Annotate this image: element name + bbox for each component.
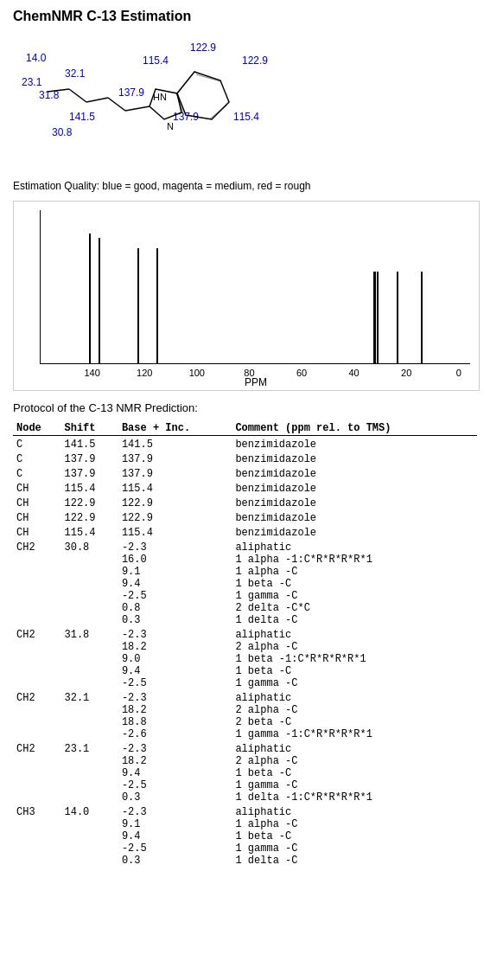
cell-base: 122.9 bbox=[118, 495, 232, 509]
sub-base: -2.5 bbox=[118, 842, 232, 855]
spectrum-peak bbox=[99, 238, 100, 363]
sub-base: 0.3 bbox=[118, 791, 232, 804]
spectrum-plot bbox=[40, 210, 470, 364]
spectrum-peak bbox=[373, 272, 375, 363]
sub-base: 9.4 bbox=[118, 578, 232, 590]
cell-base: -2.3 bbox=[118, 740, 232, 755]
sub-comment: 1 alpha -C bbox=[232, 818, 477, 830]
svg-line-1 bbox=[196, 74, 220, 81]
sub-base: 18.2 bbox=[118, 704, 232, 716]
cell-node: CH bbox=[13, 524, 61, 539]
cell-node: C bbox=[13, 436, 61, 452]
cell-shift: 122.9 bbox=[61, 509, 118, 524]
cell-base: 141.5 bbox=[118, 436, 232, 452]
cell-base: -2.3 bbox=[118, 689, 232, 704]
table-sub-row: 9.0 1 beta -1:C*R*R*R*R*1 bbox=[13, 653, 477, 665]
sub-base: 0.8 bbox=[118, 602, 232, 614]
spectrum-container: PPM 140120100806040200 bbox=[13, 201, 480, 391]
cell-shift: 23.1 bbox=[61, 740, 118, 755]
cell-node: CH3 bbox=[13, 804, 61, 818]
sub-comment: 1 gamma -C bbox=[232, 842, 477, 855]
spectrum-peak bbox=[137, 248, 139, 363]
table-sub-row: -2.6 1 gamma -1:C*R*R*R*R*1 bbox=[13, 728, 477, 740]
sub-comment: 1 beta -C bbox=[232, 665, 477, 677]
sub-base: 0.3 bbox=[118, 614, 232, 626]
cell-base: 137.9 bbox=[118, 465, 232, 480]
table-sub-row: 0.3 1 delta -1:C*R*R*R*R*1 bbox=[13, 791, 477, 804]
tick-label: 80 bbox=[244, 368, 254, 378]
sub-comment: 2 alpha -C bbox=[232, 704, 477, 716]
table-row: CH 115.4 115.4 benzimidazole bbox=[13, 480, 477, 495]
page-title: ChemNMR C-13 Estimation bbox=[13, 9, 477, 24]
table-row: CH2 32.1 -2.3 aliphatic bbox=[13, 689, 477, 704]
sub-base: 9.0 bbox=[118, 653, 232, 665]
table-row: CH2 30.8 -2.3 aliphatic bbox=[13, 539, 477, 554]
cell-node: CH2 bbox=[13, 539, 61, 554]
cell-node: CH bbox=[13, 480, 61, 495]
cell-comment: benzimidazole bbox=[232, 495, 477, 509]
cell-shift: 30.8 bbox=[61, 539, 118, 554]
sub-base: -2.5 bbox=[118, 677, 232, 689]
cell-node: CH2 bbox=[13, 740, 61, 755]
tick-label: 100 bbox=[189, 368, 205, 378]
table-row: CH 122.9 122.9 benzimidazole bbox=[13, 495, 477, 509]
tick-label: 60 bbox=[296, 368, 307, 378]
cell-comment: aliphatic bbox=[232, 804, 477, 818]
table-row: CH3 14.0 -2.3 aliphatic bbox=[13, 804, 477, 818]
sub-base: -2.6 bbox=[118, 728, 232, 740]
sub-comment: 1 alpha -1:C*R*R*R*R*1 bbox=[232, 554, 477, 566]
table-sub-row: 9.4 1 beta -C bbox=[13, 578, 477, 590]
cell-shift: 137.9 bbox=[61, 451, 118, 465]
cell-node: C bbox=[13, 465, 61, 480]
nmr-data-table: Node Shift Base + Inc. Comment (ppm rel.… bbox=[13, 421, 477, 867]
cell-comment: benzimidazole bbox=[232, 436, 477, 452]
sub-base: 9.1 bbox=[118, 818, 232, 830]
sub-base: 9.4 bbox=[118, 830, 232, 842]
cell-comment: benzimidazole bbox=[232, 524, 477, 539]
spectrum-peak bbox=[377, 272, 379, 363]
svg-line-9 bbox=[86, 98, 108, 102]
molecule-diagram: 14.0 23.1 32.1 31.8 141.5 30.8 137.9 115… bbox=[22, 33, 315, 171]
table-header-row: Node Shift Base + Inc. Comment (ppm rel.… bbox=[13, 421, 477, 436]
sub-comment: 1 beta -C bbox=[232, 578, 477, 590]
protocol-title: Protocol of the C-13 NMR Prediction: bbox=[13, 401, 477, 414]
cell-node: CH bbox=[13, 509, 61, 524]
table-sub-row: 9.1 1 alpha -C bbox=[13, 566, 477, 578]
spectrum-peak bbox=[421, 272, 423, 363]
sub-comment: 1 alpha -C bbox=[232, 566, 477, 578]
sub-comment: 2 beta -C bbox=[232, 716, 477, 728]
svg-line-8 bbox=[108, 98, 125, 111]
cell-node: C bbox=[13, 451, 61, 465]
sub-comment: 2 alpha -C bbox=[232, 641, 477, 653]
tick-label: 140 bbox=[84, 368, 99, 378]
table-sub-row: 0.3 1 delta -C bbox=[13, 855, 477, 867]
table-sub-row: 9.4 1 beta -C bbox=[13, 665, 477, 677]
table-sub-row: -2.5 1 gamma -C bbox=[13, 779, 477, 791]
sub-comment: 1 gamma -C bbox=[232, 590, 477, 602]
spectrum-peak bbox=[156, 248, 158, 363]
cell-comment: aliphatic bbox=[232, 740, 477, 755]
table-row: C 137.9 137.9 benzimidazole bbox=[13, 451, 477, 465]
cell-comment: aliphatic bbox=[232, 626, 477, 641]
col-node: Node bbox=[13, 421, 61, 436]
cell-shift: 137.9 bbox=[61, 465, 118, 480]
svg-line-11 bbox=[48, 89, 69, 92]
quality-note: Estimation Quality: blue = good, magenta… bbox=[13, 180, 477, 192]
table-sub-row: -2.5 1 gamma -C bbox=[13, 590, 477, 602]
table-sub-row: 18.2 2 alpha -C bbox=[13, 755, 477, 767]
cell-base: 115.4 bbox=[118, 524, 232, 539]
table-row: CH 122.9 122.9 benzimidazole bbox=[13, 509, 477, 524]
svg-text:HN: HN bbox=[153, 92, 167, 102]
table-row: C 141.5 141.5 benzimidazole bbox=[13, 436, 477, 452]
tick-label: 120 bbox=[137, 368, 152, 378]
sub-comment: 1 delta -C bbox=[232, 855, 477, 867]
ppm-axis-label: PPM bbox=[245, 376, 267, 388]
cell-base: -2.3 bbox=[118, 804, 232, 818]
cell-shift: 141.5 bbox=[61, 436, 118, 452]
table-row: C 137.9 137.9 benzimidazole bbox=[13, 465, 477, 480]
table-sub-row: -2.5 1 gamma -C bbox=[13, 677, 477, 689]
sub-base: -2.5 bbox=[118, 779, 232, 791]
sub-base: 18.2 bbox=[118, 641, 232, 653]
cell-comment: aliphatic bbox=[232, 539, 477, 554]
sub-base: 9.1 bbox=[118, 566, 232, 578]
